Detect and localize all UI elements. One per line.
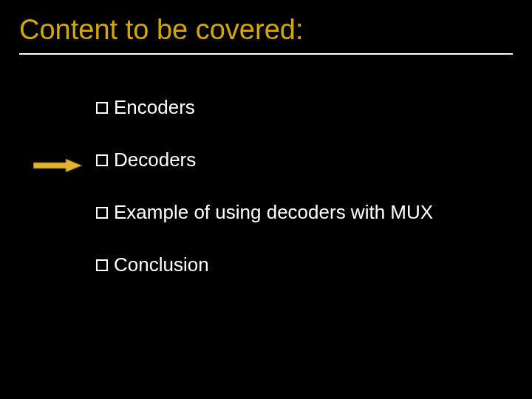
bullet-square-icon [96,154,108,166]
title-underline [19,53,513,55]
pointer-arrow-icon [33,159,82,172]
slide-title: Content to be covered: [19,15,513,46]
list-item-label: Conclusion [114,253,209,276]
bullet-square-icon [96,259,108,271]
list-item-label: Decoders [114,149,196,171]
list-item-label: Encoders [114,96,195,119]
title-area: Content to be covered: [19,15,513,55]
arrow-shape [33,159,82,172]
bullet-square-icon [96,102,108,114]
list-item: Conclusion [96,253,502,276]
list-item: Example of using decoders with MUX [96,201,502,224]
list-item: Decoders [96,149,502,171]
bullet-square-icon [96,207,108,219]
list-item-label: Example of using decoders with MUX [114,201,433,224]
list-item: Encoders [96,96,502,119]
slide: Content to be covered: Encoders Decoders… [0,0,532,399]
bullet-list: Encoders Decoders Example of using decod… [96,96,502,306]
